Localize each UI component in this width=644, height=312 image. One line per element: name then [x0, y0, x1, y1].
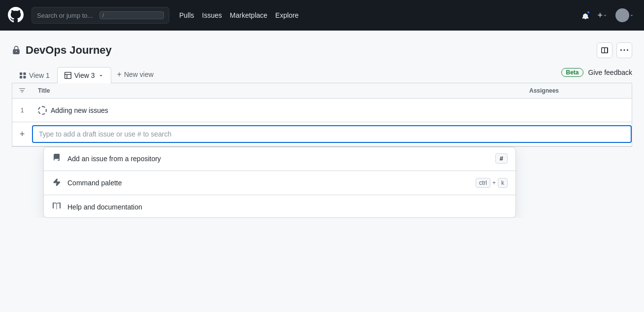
project-table: Title Assignees 1 Adding new issues +	[12, 83, 632, 147]
search-kbd: /	[99, 11, 164, 19]
tabs-row: View 1 View 3 + New view B	[12, 66, 632, 83]
github-logo[interactable]	[8, 7, 24, 24]
page-wrapper: DevOps Journey View 1	[0, 31, 644, 218]
dropdown-panel: Add an issue from a repository # Command…	[43, 147, 516, 218]
tabs-right: Beta Give feedback	[561, 68, 632, 81]
row-title-cell[interactable]: Adding new issues	[32, 99, 523, 122]
view3-icon	[64, 72, 71, 79]
tab-view1[interactable]: View 1	[12, 67, 57, 83]
project-header: DevOps Journey	[12, 42, 632, 58]
command-palette-shortcut: ctrl + k	[476, 178, 508, 188]
notification-dot	[586, 10, 590, 14]
draft-circle-icon	[38, 106, 47, 115]
github-logo-icon	[8, 7, 24, 23]
user-menu-button[interactable]	[613, 6, 636, 24]
project-actions	[597, 42, 632, 58]
row-number: 1	[21, 107, 24, 114]
dropdown-item-command-palette[interactable]: Command palette ctrl + k	[44, 172, 515, 194]
search-placeholder: Search or jump to...	[37, 12, 96, 19]
draft-issue-input[interactable]	[32, 125, 632, 143]
tab-view3-dropdown[interactable]	[98, 72, 104, 78]
top-navigation: Search or jump to... / Pulls Issues Mark…	[0, 0, 644, 31]
issue-title-content: Adding new issues	[38, 106, 108, 115]
feedback-link[interactable]: Give feedback	[588, 69, 633, 76]
tab-view3[interactable]: View 3	[57, 67, 111, 83]
view1-icon	[19, 72, 26, 79]
nav-issues[interactable]: Issues	[202, 11, 222, 19]
add-row-plus-icon: +	[20, 129, 25, 139]
th-title: Title	[32, 83, 523, 98]
book-icon	[52, 202, 62, 211]
layout-button[interactable]	[597, 42, 612, 58]
tab-view1-label: View 1	[29, 71, 50, 79]
topnav-right: +	[580, 6, 636, 24]
new-item-button[interactable]: +	[595, 9, 610, 22]
ctrl-kbd: ctrl	[476, 178, 490, 188]
command-palette-label: Command palette	[67, 179, 470, 187]
hash-kbd: #	[495, 153, 508, 164]
nav-marketplace[interactable]: Marketplace	[230, 11, 267, 19]
lightning-icon	[52, 178, 62, 188]
layout-icon	[601, 46, 609, 54]
add-row-button[interactable]: +	[12, 122, 32, 146]
plus-new-view-icon: +	[117, 70, 122, 79]
nav-explore[interactable]: Explore	[275, 11, 298, 19]
nav-pulls[interactable]: Pulls	[179, 11, 194, 19]
issue-title-text: Adding new issues	[51, 106, 108, 114]
shortcut-separator: +	[492, 179, 496, 186]
notifications-button[interactable]	[580, 9, 591, 21]
tab-view3-label: View 3	[74, 71, 95, 79]
row-num: 1	[12, 99, 32, 122]
dropdown-separator-2	[44, 195, 515, 195]
input-row: +	[12, 122, 632, 146]
new-view-label: New view	[124, 70, 154, 78]
tab-new-view[interactable]: + New view	[111, 66, 160, 83]
table-row: 1 Adding new issues	[12, 99, 632, 122]
tabs-left: View 1 View 3 + New view	[12, 66, 160, 83]
search-box[interactable]: Search or jump to... /	[32, 7, 169, 24]
more-options-button[interactable]	[616, 42, 632, 58]
k-kbd: k	[498, 178, 508, 188]
lock-icon	[12, 46, 21, 55]
th-filter	[12, 83, 32, 98]
nav-links: Pulls Issues Marketplace Explore	[179, 11, 299, 19]
table-header: Title Assignees	[12, 83, 632, 99]
th-assignees-label: Assignees	[529, 87, 559, 94]
help-docs-label: Help and documentation	[67, 203, 508, 211]
project-title: DevOps Journey	[26, 44, 112, 57]
plus-icon: +	[597, 11, 603, 20]
repo-issue-icon	[52, 154, 62, 163]
dropdown-item-help[interactable]: Help and documentation	[44, 196, 515, 217]
th-title-label: Title	[38, 87, 50, 94]
dropdown-separator-1	[44, 171, 515, 171]
add-issue-shortcut: #	[495, 153, 508, 164]
project-title-row: DevOps Journey	[12, 44, 112, 57]
dropdown-item-add-issue[interactable]: Add an issue from a repository #	[44, 147, 515, 170]
beta-badge: Beta	[561, 68, 583, 77]
user-avatar	[615, 8, 629, 22]
chevron-down-small-icon	[98, 72, 104, 78]
th-assignees: Assignees	[523, 83, 632, 98]
filter-icon	[19, 88, 25, 94]
add-issue-label: Add an issue from a repository	[67, 155, 489, 163]
chevron-down-icon	[603, 13, 608, 18]
user-chevron-icon	[629, 13, 634, 18]
ellipsis-icon	[620, 46, 628, 54]
row-assignees-cell	[523, 99, 632, 122]
